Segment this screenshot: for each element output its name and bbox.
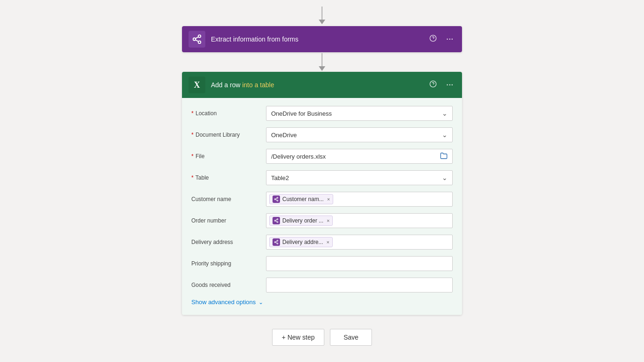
svg-line-13 xyxy=(276,198,277,199)
field-doc-library: * Document Library OneDrive ⌄ xyxy=(191,127,453,143)
customer-name-input[interactable]: Customer nam... × xyxy=(266,192,453,207)
step2-title: Add a row into a table xyxy=(211,81,427,89)
field-delivery-address-control[interactable]: Delivery addre... × xyxy=(266,235,453,250)
field-order-number-label: Order number xyxy=(191,217,266,224)
step1-help-button[interactable] xyxy=(427,34,439,45)
svg-line-23 xyxy=(276,241,277,242)
advanced-options-chevron-icon: ⌄ xyxy=(259,299,263,306)
delivery-address-tag-close[interactable]: × xyxy=(326,239,329,245)
step2-more-button[interactable]: ··· xyxy=(444,80,455,90)
workflow-canvas: Extract information from forms ··· xyxy=(0,0,644,346)
field-goods-received-label: Goods received xyxy=(191,282,266,288)
step1-actions: ··· xyxy=(427,34,455,45)
field-priority-shipping: Priority shipping xyxy=(191,256,453,272)
step2-actions: ··· xyxy=(427,79,455,90)
priority-shipping-input[interactable] xyxy=(266,256,453,271)
mid-connector xyxy=(319,53,325,71)
customer-name-tag-close[interactable]: × xyxy=(327,196,330,202)
svg-line-4 xyxy=(196,37,198,39)
delivery-address-tag-icon xyxy=(273,238,280,246)
table-select[interactable]: Table2 ⌄ xyxy=(266,170,453,185)
top-connector xyxy=(319,7,325,24)
order-number-tag-close[interactable]: × xyxy=(327,218,329,223)
field-delivery-address: Delivery address Delivery addre... xyxy=(191,234,453,250)
delivery-address-tag: Delivery addre... × xyxy=(269,237,333,247)
new-step-button[interactable]: + New step xyxy=(272,329,324,346)
field-goods-received-control[interactable] xyxy=(266,278,453,292)
field-customer-name-label: Customer name xyxy=(191,196,266,202)
svg-line-18 xyxy=(276,220,277,221)
svg-line-22 xyxy=(276,243,277,244)
order-number-tag-icon xyxy=(273,217,280,224)
field-table: * Table Table2 ⌄ xyxy=(191,170,453,186)
location-select[interactable]: OneDrive for Business ⌄ xyxy=(266,106,453,121)
step1-title: Extract information from forms xyxy=(211,35,427,43)
field-table-label: * Table xyxy=(191,174,266,181)
field-priority-shipping-control[interactable] xyxy=(266,256,453,271)
step-add-row: X Add a row into a table ··· xyxy=(182,72,462,315)
doc-library-chevron-icon: ⌄ xyxy=(442,131,448,139)
field-location-label: * Location xyxy=(191,110,266,117)
location-chevron-icon: ⌄ xyxy=(442,110,448,117)
step-extract-info: Extract information from forms ··· xyxy=(182,26,462,52)
step2-help-button[interactable] xyxy=(427,79,439,90)
field-file-label: * File xyxy=(191,153,266,160)
file-input[interactable]: /Delivery orders.xlsx xyxy=(266,149,453,164)
step2-body: * Location OneDrive for Business ⌄ * Doc… xyxy=(182,98,462,315)
svg-line-3 xyxy=(196,40,198,42)
customer-name-tag: Customer nam... × xyxy=(269,194,333,204)
field-customer-name-control[interactable]: Customer nam... × xyxy=(266,192,453,207)
svg-line-17 xyxy=(276,221,277,222)
field-doc-library-control[interactable]: OneDrive ⌄ xyxy=(266,127,453,142)
file-browse-icon[interactable] xyxy=(440,152,448,161)
svg-line-12 xyxy=(276,200,277,201)
step2-title-highlight: into a table xyxy=(242,81,274,89)
order-number-tag: Delivery order ... × xyxy=(269,216,333,226)
field-delivery-address-label: Delivery address xyxy=(191,239,266,245)
field-order-number: Order number Delivery order ... xyxy=(191,213,453,229)
step2-header[interactable]: X Add a row into a table ··· xyxy=(182,72,462,98)
field-customer-name: Customer name Customer nam... xyxy=(191,191,453,207)
field-file: * File /Delivery orders.xlsx xyxy=(191,148,453,164)
show-advanced-options[interactable]: Show advanced options ⌄ xyxy=(191,299,453,306)
field-doc-library-label: * Document Library xyxy=(191,132,266,138)
customer-name-tag-icon xyxy=(273,195,280,203)
step1-header[interactable]: Extract information from forms ··· xyxy=(182,26,462,52)
goods-received-input[interactable] xyxy=(266,278,453,292)
field-location: * Location OneDrive for Business ⌄ xyxy=(191,105,453,121)
step1-more-button[interactable]: ··· xyxy=(444,34,455,44)
step1-icon xyxy=(189,31,205,48)
step2-icon: X xyxy=(189,77,205,93)
field-goods-received: Goods received xyxy=(191,277,453,293)
field-file-control[interactable]: /Delivery orders.xlsx xyxy=(266,149,453,164)
table-chevron-icon: ⌄ xyxy=(442,174,448,181)
order-number-input[interactable]: Delivery order ... × xyxy=(266,213,453,228)
field-order-number-control[interactable]: Delivery order ... × xyxy=(266,213,453,228)
field-priority-shipping-label: Priority shipping xyxy=(191,260,266,267)
doc-library-select[interactable]: OneDrive ⌄ xyxy=(266,127,453,142)
delivery-address-input[interactable]: Delivery addre... × xyxy=(266,235,453,250)
bottom-actions: + New step Save xyxy=(272,329,372,346)
save-button[interactable]: Save xyxy=(330,329,372,346)
field-location-control[interactable]: OneDrive for Business ⌄ xyxy=(266,106,453,121)
field-table-control[interactable]: Table2 ⌄ xyxy=(266,170,453,185)
